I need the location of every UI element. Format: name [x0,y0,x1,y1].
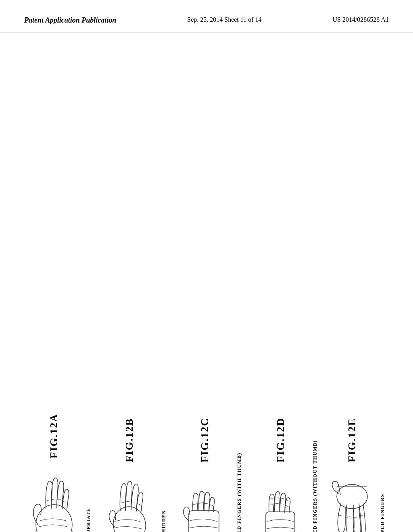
fig12e-label: FIG.12E [346,418,358,462]
fig12b-label: FIG.12B [123,418,136,462]
fig12d-label: FIG.12D [275,418,287,463]
svg-line-2 [52,499,55,500]
svg-line-29 [339,515,342,516]
svg-line-9 [131,502,135,502]
svg-line-30 [346,517,350,517]
figures-area: FIG.12A [0,33,413,532]
fig12e-hand [330,468,374,532]
svg-line-23 [270,499,273,499]
svg-line-21 [280,504,284,504]
publication-label: Patent Application Publication [24,16,116,25]
svg-point-6 [111,504,148,532]
fig12b-caption: SELF HIDDEN [161,510,167,532]
svg-rect-12 [189,511,219,532]
fig12c-label: FIG.12C [199,418,211,463]
fig12c-hand [179,468,231,532]
patent-number: US 2014/0286528 A1 [332,16,389,23]
svg-line-20 [275,503,279,504]
svg-line-15 [204,503,208,504]
fig12a-caption: APPROPRIATE [86,508,91,532]
figure-12e: FIG.12E [330,418,385,532]
svg-point-28 [337,484,367,509]
svg-line-7 [121,502,124,503]
fig12a-label: FIG.12A [48,414,60,459]
svg-line-16 [210,505,213,506]
fig12d-hand [254,468,307,532]
fig12e-caption: DROPPED FINGERS [380,494,385,532]
svg-line-24 [275,498,279,498]
figure-12a: FIG.12A [28,414,91,532]
svg-line-32 [360,515,363,516]
fig12d-caption: CLOSED FINGERS (WITHOUT THUMB) [313,440,318,532]
page-header: Patent Application Publication Sep. 25, … [0,0,413,33]
svg-line-8 [126,501,129,502]
svg-line-1 [47,500,50,501]
svg-rect-18 [266,512,295,532]
fig12b-hand [103,468,156,532]
svg-line-19 [269,505,273,505]
figure-12d: FIG.12D [254,418,318,532]
svg-line-14 [199,503,203,503]
sheet-info: Sep. 25, 2014 Sheet 11 of 14 [187,16,261,23]
fig12a-hand [28,464,80,532]
svg-line-22 [286,505,288,507]
figure-12b: FIG.12B [103,418,167,532]
svg-line-13 [193,504,197,505]
figure-12c: FIG.12C [179,418,242,532]
fig12c-caption: CLOSED FINGERS (WITH THUMB) [237,453,242,532]
